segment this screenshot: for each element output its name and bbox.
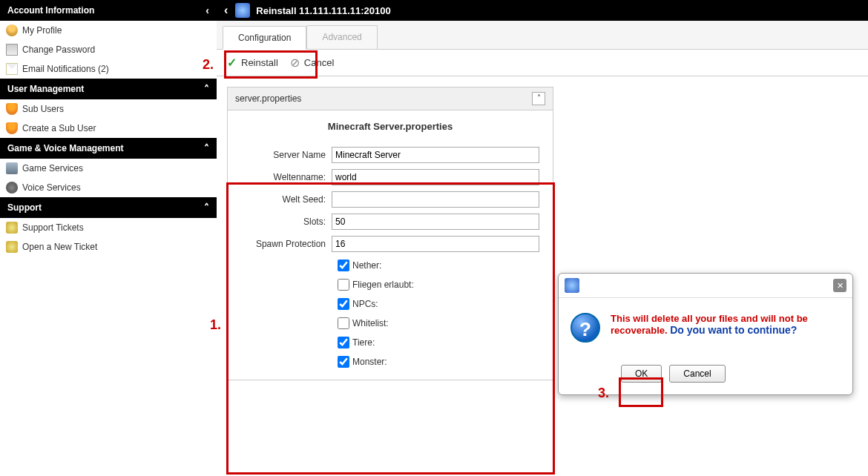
menu-open-ticket[interactable]: Open a New Ticket	[0, 237, 217, 257]
annotation-2: 2.	[203, 57, 214, 73]
question-icon: ?	[571, 313, 600, 343]
chevron-up-icon: ˄	[204, 142, 209, 154]
menu-label: Game Services	[22, 163, 83, 173]
menu-voice-services[interactable]: Voice Services	[0, 178, 217, 197]
voice-icon	[6, 182, 18, 194]
dialog-text: This will delete all your files and will…	[611, 313, 841, 336]
menu-label: My Profile	[22, 25, 62, 36]
menu-label: Support Tickets	[22, 222, 84, 233]
menu-label: Change Password	[22, 44, 95, 55]
page-title: Reinstall 11.111.111.11:20100	[256, 5, 390, 16]
menu-change-password[interactable]: Change Password	[0, 40, 217, 59]
menu-label: Email Notifications (2)	[22, 64, 109, 74]
menu-sub-users[interactable]: Sub Users	[0, 99, 217, 119]
section-support[interactable]: Support ˄	[0, 197, 217, 218]
lock-icon	[6, 241, 18, 253]
sidebar: Account Information ‹ My Profile Change …	[0, 0, 217, 257]
menu-support-tickets[interactable]: Support Tickets	[0, 218, 217, 237]
chevron-up-icon: ˄	[204, 202, 209, 214]
menu-label: Sub Users	[22, 104, 64, 114]
dialog-cancel-button[interactable]: Cancel	[669, 365, 725, 383]
label-weltenname: Weltenname:	[241, 172, 332, 182]
lock-icon	[6, 222, 18, 234]
back-icon[interactable]: ‹	[224, 4, 228, 17]
chevron-left-icon: ‹	[206, 4, 209, 16]
confirm-dialog: ✕ ? This will delete all your files and …	[558, 273, 853, 395]
section-game-voice[interactable]: Game & Voice Management ˄	[0, 138, 217, 159]
panel-head-title: server.properties	[235, 93, 301, 104]
tab-configuration[interactable]: Configuration	[223, 26, 306, 50]
section-title: Account Information	[7, 5, 94, 16]
close-icon[interactable]: ✕	[833, 279, 846, 292]
section-user-management[interactable]: User Management ˄	[0, 79, 217, 99]
user-icon	[6, 103, 18, 115]
collapse-icon[interactable]: ˄	[532, 92, 545, 105]
dialog-question: Do you want to continue?	[670, 324, 797, 336]
highlight-1	[226, 182, 555, 475]
tab-advanced[interactable]: Advanced	[306, 25, 377, 49]
menu-my-profile[interactable]: My Profile	[0, 21, 217, 40]
dialog-icon	[565, 278, 579, 293]
section-title: Game & Voice Management	[7, 143, 124, 153]
user-icon	[6, 122, 18, 134]
server-icon	[235, 3, 250, 18]
password-icon	[6, 44, 18, 56]
section-title: Support	[7, 202, 42, 213]
dialog-header: ✕	[559, 274, 852, 298]
menu-label: Voice Services	[22, 182, 81, 193]
page-header: ‹ Reinstall 11.111.111.11:20100	[217, 0, 868, 21]
tab-bar: Configuration Advanced	[217, 21, 868, 50]
menu-create-sub-user[interactable]: Create a Sub User	[0, 119, 217, 138]
panel-title: Minecraft Server.properties	[228, 110, 553, 136]
annotation-1: 1.	[210, 317, 221, 333]
profile-icon	[6, 24, 18, 36]
chevron-up-icon: ˄	[204, 83, 209, 95]
menu-label: Open a New Ticket	[22, 242, 97, 252]
menu-label: Create a Sub User	[22, 123, 96, 133]
input-server-name[interactable]	[332, 147, 539, 163]
mail-icon	[6, 63, 18, 75]
label-server-name: Server Name	[241, 150, 332, 160]
highlight-3	[619, 377, 663, 407]
game-icon	[6, 162, 18, 174]
menu-game-services[interactable]: Game Services	[0, 159, 217, 178]
section-title: User Management	[7, 84, 84, 94]
panel-header: server.properties ˄	[228, 87, 553, 110]
annotation-3: 3.	[598, 386, 609, 401]
highlight-2	[224, 50, 318, 79]
section-account-info[interactable]: Account Information ‹	[0, 0, 217, 21]
menu-email-notifications[interactable]: Email Notifications (2)	[0, 59, 217, 79]
